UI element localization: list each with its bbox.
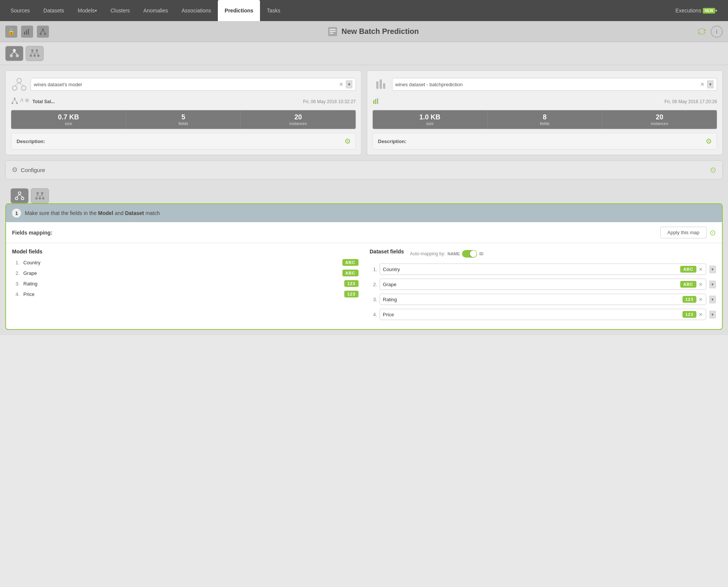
nav-associations[interactable]: Associations — [175, 0, 218, 21]
dataset-field-clear-2[interactable]: ✕ — [699, 282, 703, 287]
page-toolbar: 🔒 New Batch Prediction i — [0, 21, 728, 42]
network-icon[interactable] — [37, 26, 49, 38]
nav-sources[interactable]: Sources — [4, 0, 36, 21]
info-btn[interactable]: i — [711, 26, 723, 38]
single-model-tab[interactable] — [5, 46, 23, 61]
dataset-field-num-2: 2. — [370, 282, 377, 287]
dataset-clear-btn[interactable]: ✕ — [700, 81, 705, 87]
auto-mapping-toggle[interactable] — [462, 250, 477, 258]
svg-rect-41 — [377, 98, 378, 104]
model-field-name-4: Price — [23, 291, 340, 297]
svg-point-5 — [44, 33, 46, 35]
dataset-field-row-4: 4. Price 123 ✕ ▾ — [370, 309, 716, 320]
svg-line-55 — [42, 194, 43, 197]
nav-predictions[interactable]: Predictions — [218, 0, 260, 21]
mapping-header: 1 Make sure that the fields in the Model… — [6, 204, 722, 222]
svg-line-46 — [20, 195, 23, 197]
nav-tasks[interactable]: Tasks — [260, 0, 287, 21]
chart-icon[interactable] — [21, 26, 33, 38]
dataset-fields-header: Dataset fields — [370, 249, 404, 255]
model-panel-icon — [11, 76, 27, 93]
dataset-field-dropdown-3[interactable]: ▾ — [709, 296, 716, 303]
svg-rect-0 — [24, 32, 25, 35]
configure-label: Configure — [21, 167, 45, 173]
model-field-row-2: 2. Grape ABC — [12, 270, 359, 276]
svg-point-20 — [33, 55, 36, 57]
mapping-columns: Model fields 1. Country ABC 2. Grape ABC… — [6, 243, 722, 329]
svg-point-19 — [30, 55, 32, 57]
dataset-field-input-1[interactable]: Country ABC ✕ — [380, 264, 707, 275]
svg-rect-9 — [330, 29, 336, 30]
svg-point-51 — [42, 197, 44, 200]
nav-anomalies[interactable]: Anomalies — [137, 0, 175, 21]
model-field-row-3: 3. Rating 123 — [12, 280, 359, 287]
lock-icon[interactable]: 🔒 — [5, 26, 17, 38]
svg-point-13 — [10, 54, 13, 57]
model-dropdown-btn[interactable]: ▾ — [346, 80, 353, 88]
model-info: Λ ⊕ Total Sal... Fri, 06 May 2016 10:32:… — [11, 97, 356, 106]
dataset-field-clear-3[interactable]: ✕ — [699, 297, 703, 302]
multi-model-tab[interactable] — [26, 46, 44, 61]
svg-point-18 — [36, 49, 38, 52]
model-field-name-2: Grape — [23, 270, 339, 276]
dataset-field-input-2[interactable]: Grape ABC ✕ — [380, 279, 707, 290]
model-input-value: wines dataset's model — [34, 82, 339, 87]
svg-point-50 — [39, 197, 41, 200]
dataset-dropdown-btn[interactable]: ▾ — [707, 80, 714, 88]
dataset-stat-instances: 20 instances — [602, 110, 717, 129]
svg-point-32 — [12, 102, 14, 104]
mapping-type-tabs — [5, 184, 723, 203]
refresh-btn[interactable] — [696, 26, 708, 38]
svg-point-31 — [14, 98, 16, 100]
nav-datasets[interactable]: Datasets — [36, 0, 71, 21]
nav-clusters[interactable]: Clusters — [104, 0, 137, 21]
dataset-field-clear-1[interactable]: ✕ — [699, 267, 703, 272]
dataset-field-clear-4[interactable]: ✕ — [699, 312, 703, 317]
configure-bar: ⚙ Configure ⊙ — [5, 160, 723, 179]
svg-line-29 — [15, 83, 19, 86]
model-field-badge-1: ABC — [342, 259, 359, 266]
dataset-field-input-4[interactable]: Price 123 ✕ — [380, 309, 707, 320]
nav-models[interactable]: Models — [71, 0, 104, 21]
model-desc-toggle[interactable]: ⊙ — [345, 137, 350, 145]
svg-point-4 — [40, 33, 42, 35]
nav-executions[interactable]: Executions NEW — [669, 0, 724, 21]
model-input-wrap: wines dataset's model ✕ ▾ — [30, 78, 356, 91]
model-field-badge-4: 123 — [344, 291, 358, 297]
dataset-field-dropdown-1[interactable]: ▾ — [709, 265, 716, 273]
apply-arrow-icon[interactable]: ⊙ — [710, 228, 716, 237]
page-title: New Batch Prediction — [50, 26, 696, 37]
step-badge: 1 — [12, 209, 21, 218]
dataset-panel: wines dataset - batchprediction ✕ ▾ Fri,… — [367, 70, 723, 155]
svg-line-30 — [19, 83, 24, 86]
dataset-field-row-3: 3. Rating 123 ✕ ▾ — [370, 294, 716, 305]
dataset-field-input-3[interactable]: Rating 123 ✕ — [380, 294, 707, 305]
dataset-field-badge-3: 123 — [682, 296, 696, 303]
model-clear-btn[interactable]: ✕ — [339, 81, 343, 87]
model-info-name: Total Sal... — [32, 99, 300, 104]
dataset-stats: 1.0 KB size 8 fields 20 instances — [372, 110, 717, 129]
configure-left: ⚙ Configure — [12, 166, 45, 174]
dataset-field-dropdown-4[interactable]: ▾ — [709, 311, 716, 319]
svg-line-25 — [37, 52, 38, 55]
mapping-tab-split[interactable] — [31, 188, 49, 203]
dataset-field-name-4: Price — [383, 312, 680, 317]
name-label: NAME — [448, 252, 460, 256]
apply-map-button[interactable]: Apply this map — [660, 227, 707, 238]
dataset-field-dropdown-2[interactable]: ▾ — [709, 281, 716, 288]
svg-line-45 — [17, 195, 20, 197]
dataset-field-name-3: Rating — [383, 297, 680, 302]
dataset-desc-toggle[interactable]: ⊙ — [706, 137, 711, 145]
model-description: Description: ⊙ — [11, 133, 356, 149]
toggle-knob — [470, 250, 477, 257]
model-field-num-2: 2. — [12, 270, 20, 276]
id-label: ID — [479, 252, 483, 256]
svg-line-23 — [32, 52, 35, 55]
svg-rect-36 — [376, 81, 378, 89]
model-info-icons: Λ ⊕ — [11, 97, 29, 106]
dataset-panel-icon — [372, 76, 389, 93]
dataset-field-num-1: 1. — [370, 267, 377, 272]
dataset-field-row-1: 1. Country ABC ✕ ▾ — [370, 264, 716, 275]
mapping-tab-network[interactable] — [11, 188, 29, 203]
configure-toggle[interactable]: ⊙ — [710, 165, 716, 174]
